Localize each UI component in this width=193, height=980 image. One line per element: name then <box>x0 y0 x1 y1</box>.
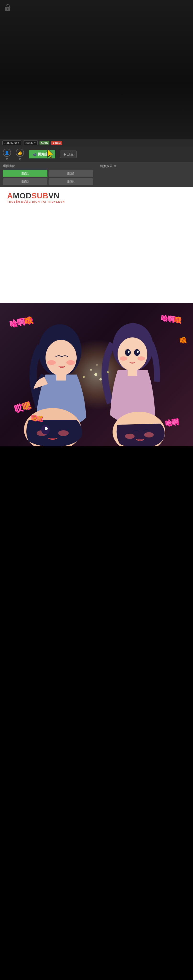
bitrate-arrow: ▼ <box>34 142 36 144</box>
settings-label: 設置 <box>67 152 73 156</box>
brand-sub: SUB <box>32 191 49 200</box>
lock-icon-container <box>4 4 11 12</box>
svg-point-19 <box>45 427 48 430</box>
svg-point-21 <box>125 434 135 439</box>
svg-point-8 <box>120 356 128 361</box>
svg-point-27 <box>83 376 85 378</box>
brand-subtitle: TRUYỆN ĐƯỢC DỊCH TẠI TRUYENVN <box>7 200 65 204</box>
thumbs-count-btn: 👍 0 <box>16 149 24 160</box>
scene-btn-1[interactable]: 畫面1 <box>3 170 48 177</box>
video-preview-area <box>0 0 193 139</box>
svg-point-25 <box>99 378 102 380</box>
svg-marker-0 <box>48 149 53 159</box>
sfx-3: 哦 <box>179 336 186 345</box>
scene-section: 選擇畫面 畫面1 畫面2 畫面3 畫面4 <box>3 164 93 185</box>
thumbs-count: 0 <box>19 157 21 160</box>
white-space-separator <box>0 207 193 303</box>
transition-label-text: 轉換效果 <box>100 164 113 168</box>
sfx-5: 嗯呢 <box>31 414 43 423</box>
control-bar: 1280x720 ▼ 2000K ▼ AUTO ● REC <box>0 139 193 147</box>
action-panel: 👤 0 👍 0 📹 開始直播 ⚙ 設置 <box>0 147 193 162</box>
user-count-btn: 👤 0 <box>3 149 11 160</box>
svg-point-7 <box>118 337 147 371</box>
svg-point-26 <box>96 364 98 366</box>
resolution-select[interactable]: 1280x720 ▼ <box>2 140 21 145</box>
bitrate-value: 2000K <box>25 141 33 145</box>
resolution-value: 1280x720 <box>4 141 17 145</box>
scene-panel: 選擇畫面 畫面1 畫面2 畫面3 畫面4 轉換效果 ▼ <box>0 162 193 187</box>
scene-btn-3[interactable]: 畫面3 <box>3 178 48 185</box>
svg-point-22 <box>144 432 154 438</box>
sfx-6: 哈啊 <box>165 417 179 428</box>
user-count: 0 <box>6 157 8 160</box>
svg-point-17 <box>58 430 69 436</box>
resolution-arrow: ▼ <box>18 142 20 144</box>
camera-icon: 📹 <box>33 153 37 156</box>
svg-point-2 <box>46 340 77 376</box>
scene-section-label: 選擇畫面 <box>3 164 93 168</box>
transition-section: 轉換效果 ▼ <box>100 164 190 168</box>
brand-area: AMODSUBVN TRUYỆN ĐƯỢC DỊCH TẠI TRUYENVN <box>0 187 193 207</box>
svg-rect-5 <box>56 373 66 380</box>
auto-badge[interactable]: AUTO <box>40 141 49 145</box>
gear-icon: ⚙ <box>63 153 66 156</box>
svg-point-3 <box>47 360 56 365</box>
brand-mod: MOD <box>13 191 32 200</box>
bitrate-select[interactable]: 2000K ▼ <box>23 140 38 145</box>
thumbs-icon: 👍 <box>16 149 24 157</box>
transition-arrow: ▼ <box>113 164 116 168</box>
svg-point-4 <box>66 360 75 365</box>
svg-rect-14 <box>128 369 137 376</box>
svg-point-12 <box>128 351 129 353</box>
rec-badge: ● REC <box>51 141 62 145</box>
scene-grid: 畫面1 畫面2 畫面3 畫面4 <box>3 170 93 185</box>
brand-vn: VN <box>48 191 59 200</box>
scene-btn-4[interactable]: 畫面4 <box>49 178 93 185</box>
lock-icon <box>4 4 11 12</box>
svg-point-9 <box>137 356 145 361</box>
brand-letter-a: A <box>7 191 13 200</box>
brand-logo: AMODSUBVN <box>7 192 60 200</box>
settings-button[interactable]: ⚙ 設置 <box>60 151 77 158</box>
svg-point-24 <box>90 369 92 371</box>
svg-point-13 <box>137 351 139 353</box>
svg-point-23 <box>94 373 97 376</box>
user-icon: 👤 <box>3 149 11 157</box>
scene-btn-2[interactable]: 畫面2 <box>49 170 93 177</box>
transition-label: 轉換效果 ▼ <box>100 164 190 168</box>
manga-area: 哈啊哦 哈啊哦 哦 哎嗯 嗯呢 哈啊 <box>0 303 193 446</box>
manga-scene: 哈啊哦 哈啊哦 哦 哎嗯 嗯呢 哈啊 <box>0 303 193 446</box>
svg-point-28 <box>107 371 109 373</box>
